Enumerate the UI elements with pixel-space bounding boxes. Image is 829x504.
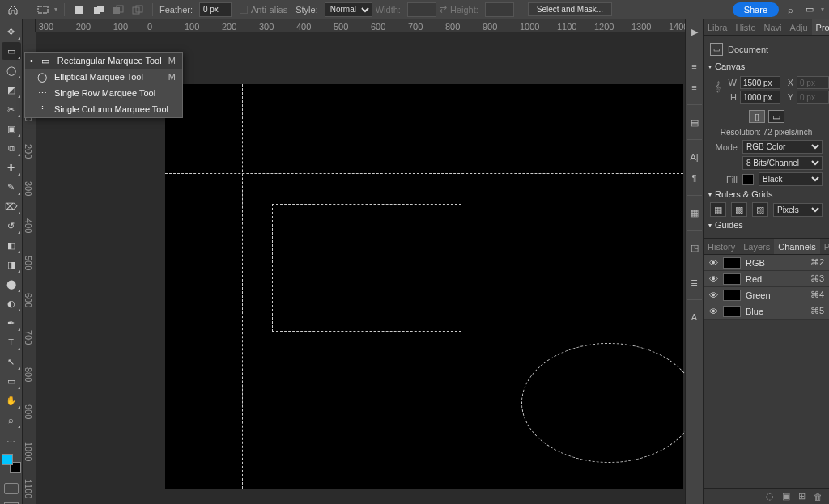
move-tool[interactable]: ✥ — [2, 23, 21, 40]
visibility-eye-icon[interactable]: 👁 — [708, 290, 718, 300]
fill-swatch[interactable] — [742, 174, 754, 185]
guides-section-toggle[interactable]: ▾Guides — [708, 220, 823, 230]
visibility-eye-icon[interactable]: 👁 — [708, 274, 718, 284]
intersect-selection-icon[interactable] — [130, 2, 146, 18]
channel-row[interactable]: 👁Green⌘4 — [704, 287, 829, 303]
crop-tool[interactable]: ✂ — [2, 100, 21, 118]
canvas-width-input[interactable] — [740, 76, 780, 89]
char-panel-icon[interactable]: A| — [687, 150, 702, 164]
fill-select[interactable]: Black — [759, 172, 823, 186]
load-selection-icon[interactable]: ◌ — [766, 491, 774, 502]
options-bar: ▾ Feather: Anti-alias Style: Normal Widt… — [0, 0, 829, 19]
color-swatches[interactable] — [2, 454, 21, 473]
share-button[interactable]: Share — [733, 2, 779, 17]
ruler-origin[interactable] — [23, 19, 36, 32]
ellip-marquee[interactable]: ◯Elliptical Marquee ToolM — [25, 69, 182, 85]
tab-channels[interactable]: Channels — [774, 239, 819, 254]
tab-layers[interactable]: Layers — [739, 239, 774, 254]
styles-icon[interactable]: ▦ — [687, 205, 702, 220]
play-icon[interactable]: ▶ — [687, 24, 702, 39]
bit-depth-select[interactable]: 8 Bits/Channel — [742, 156, 823, 170]
document-canvas[interactable] — [165, 84, 683, 489]
toggle-rulers[interactable]: ▦ — [710, 202, 726, 217]
channel-row[interactable]: 👁Red⌘3 — [704, 271, 829, 287]
ruler-horizontal[interactable]: -300-200-1000100200300400500600700800900… — [36, 19, 685, 32]
marquee-preset-icon[interactable] — [35, 2, 51, 18]
ruler-units-select[interactable]: Pixels — [773, 203, 823, 217]
frame-tool[interactable]: ▣ — [2, 120, 21, 138]
rectangle-tool[interactable]: ▭ — [2, 372, 21, 390]
tab-properties[interactable]: Properties — [812, 19, 829, 35]
glyphs-icon[interactable]: A — [687, 310, 702, 324]
pen-tool[interactable]: ✒ — [2, 314, 21, 332]
search-icon[interactable]: ⌕ — [782, 2, 798, 18]
select-and-mask-button[interactable]: Select and Mask... — [528, 2, 612, 16]
col-marquee[interactable]: ⋮Single Column Marquee Tool — [25, 101, 182, 117]
type-tool[interactable]: T — [2, 333, 21, 351]
history-brush[interactable]: ↺ — [2, 217, 21, 235]
add-selection-icon[interactable] — [91, 2, 107, 18]
orientation-landscape[interactable]: ▭ — [768, 110, 784, 123]
hand-tool[interactable]: ✋ — [2, 392, 21, 409]
ruler-tick: 900 — [483, 22, 497, 32]
tab-histogram[interactable]: Histo — [731, 19, 759, 35]
brush-panel-icon[interactable]: ≡ — [687, 59, 702, 74]
lasso-tool[interactable]: ◯ — [2, 61, 21, 79]
healing-tool[interactable]: ✚ — [2, 159, 21, 176]
subtract-selection-icon[interactable] — [110, 2, 126, 18]
pen-tool-glyph: ✒ — [7, 318, 15, 328]
toggle-pixel-grid[interactable]: ▨ — [752, 202, 768, 217]
canvas-height-input[interactable] — [740, 91, 780, 104]
toggle-grid[interactable]: ▩ — [731, 202, 747, 217]
object-select-tool[interactable]: ◩ — [2, 81, 21, 99]
ruler-tick: 200 — [222, 22, 236, 32]
single-col-selection — [242, 84, 243, 489]
visibility-eye-icon[interactable]: 👁 — [708, 258, 718, 268]
delete-channel-icon[interactable]: 🗑 — [814, 492, 823, 502]
channel-row[interactable]: 👁RGB⌘2 — [704, 255, 829, 271]
rect-marquee[interactable]: •▭Rectangular Marquee ToolM — [25, 53, 182, 69]
foreground-swatch[interactable] — [2, 454, 13, 465]
tab-libraries[interactable]: Libra — [704, 19, 731, 35]
save-selection-icon[interactable]: ▣ — [782, 491, 790, 502]
brush-tool[interactable]: ✎ — [2, 178, 21, 196]
new-channel-icon[interactable]: ⊞ — [798, 491, 806, 502]
rulers-section-toggle[interactable]: ▾Rulers & Grids — [708, 189, 823, 199]
orientation-portrait[interactable]: ▯ — [749, 110, 765, 123]
tab-navigator[interactable]: Navi — [760, 19, 786, 35]
para-panel-icon[interactable]: ¶ — [687, 171, 702, 185]
eyedropper-tool[interactable]: ⧉ — [2, 139, 21, 157]
blur-tool[interactable]: ⬤ — [2, 275, 21, 293]
path-select[interactable]: ↖ — [2, 353, 21, 371]
canvas-section-toggle[interactable]: ▾Canvas — [708, 61, 823, 71]
ruler-tick: 1200 — [594, 22, 614, 32]
channel-row[interactable]: 👁Blue⌘5 — [704, 303, 829, 320]
channel-shortcut: ⌘2 — [810, 257, 824, 268]
color-mode-select[interactable]: RGB Color — [742, 140, 823, 154]
workspace-switcher-icon[interactable]: ▭ — [801, 2, 818, 18]
row-marquee[interactable]: ⋯Single Row Marquee Tool — [25, 85, 182, 101]
libraries-icon[interactable]: ▤ — [687, 115, 702, 129]
gradient-tool[interactable]: ◨ — [2, 256, 21, 273]
dodge-tool[interactable]: ◐ — [2, 294, 21, 312]
marquee-tool[interactable]: ▭ — [2, 42, 21, 60]
quick-mask-toggle[interactable] — [4, 483, 19, 494]
properties-doc-label: Document — [728, 44, 768, 54]
3d-icon[interactable]: ◳ — [687, 240, 702, 255]
stamp-tool[interactable]: ⌦ — [2, 197, 21, 215]
separator — [28, 3, 28, 16]
tab-adjustments[interactable]: Adju — [786, 19, 812, 35]
visibility-eye-icon[interactable]: 👁 — [708, 307, 718, 316]
actions-icon[interactable]: ≣ — [687, 275, 702, 290]
zoom-tool[interactable]: ⌕ — [2, 411, 21, 429]
right-panel-dock: LibraHistoNaviAdjuProperties≡ ▭ Document… — [704, 19, 829, 504]
edit-toolbar-icon[interactable]: ⋯ — [6, 437, 15, 447]
tab-paths[interactable]: Paths — [820, 239, 829, 254]
swatches-panel-icon[interactable]: ≡ — [687, 80, 702, 95]
tab-history[interactable]: History — [704, 239, 739, 254]
new-selection-icon[interactable] — [71, 2, 87, 18]
style-select[interactable]: Normal — [325, 2, 372, 17]
eraser-tool[interactable]: ◧ — [2, 236, 21, 254]
feather-input[interactable] — [199, 2, 232, 17]
home-icon[interactable] — [5, 2, 21, 18]
